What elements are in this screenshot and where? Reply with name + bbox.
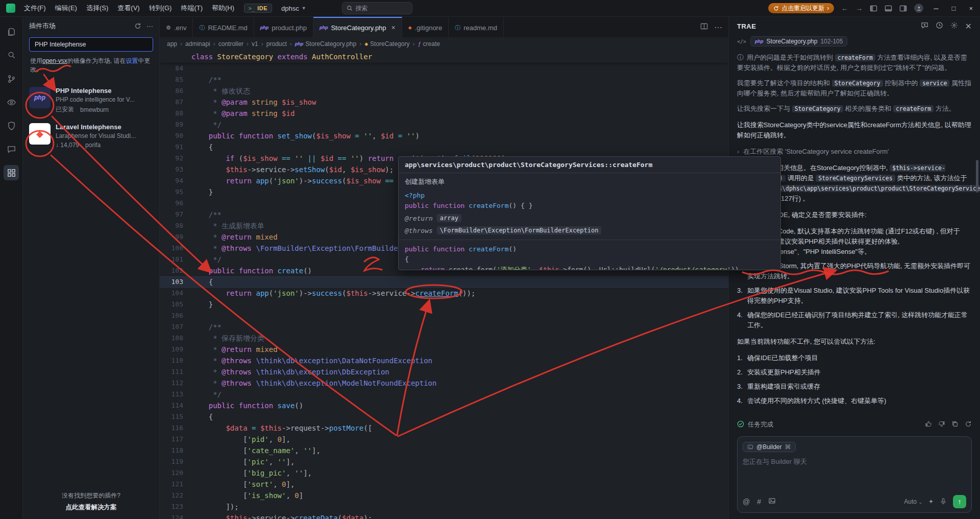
extension-search-input[interactable] bbox=[34, 40, 149, 49]
code-line-106[interactable]: 106 bbox=[160, 310, 728, 321]
toggle-sidebar-icon[interactable] bbox=[870, 5, 877, 12]
code-line-91[interactable]: 91 { bbox=[160, 141, 728, 153]
solution-link[interactable]: 点此查看解决方案 bbox=[23, 503, 159, 512]
code-line-123[interactable]: 123 ]); bbox=[160, 501, 728, 512]
hashtag-icon[interactable]: # bbox=[757, 498, 761, 506]
code-line-105[interactable]: 105 } bbox=[160, 299, 728, 310]
enhance-icon[interactable]: ✦ bbox=[928, 498, 934, 505]
panel-scrollbar[interactable] bbox=[976, 160, 978, 193]
code-line-107[interactable]: 107 /** bbox=[160, 321, 728, 333]
menubar-item-1[interactable]: 编辑(E) bbox=[51, 2, 82, 14]
nav-forward-button[interactable]: → bbox=[855, 4, 863, 12]
code-line-90[interactable]: 90 public function set_show($is_show = '… bbox=[160, 130, 728, 141]
source-control-icon[interactable] bbox=[4, 71, 19, 86]
minimize-button[interactable]: ─ bbox=[930, 5, 941, 12]
tab-readme.md[interactable]: ⓘreadme.md bbox=[449, 17, 504, 37]
chat-input-box[interactable]: @Builder ⌘ 您正在与 Builder 聊天 @ # Auto ⌄ ✦ … bbox=[737, 436, 972, 513]
code-line-108[interactable]: 108 * 保存新增分类 bbox=[160, 333, 728, 344]
code-line-115[interactable]: 115 { bbox=[160, 411, 728, 422]
project-switcher[interactable]: dphsc▼ bbox=[281, 5, 306, 12]
menubar-item-3[interactable]: 查看(V) bbox=[113, 2, 144, 14]
nav-back-button[interactable]: ← bbox=[841, 4, 848, 12]
code-editor[interactable]: class StoreCategory extends AuthControll… bbox=[160, 51, 728, 519]
breadcrumb-controller[interactable]: controller bbox=[218, 40, 243, 48]
sticky-scroll-line[interactable]: class StoreCategory extends AuthControll… bbox=[160, 51, 728, 63]
restart-update-button[interactable]: 点击重启以更新› bbox=[768, 3, 834, 13]
close-panel-icon[interactable]: ✕ bbox=[965, 21, 972, 31]
account-avatar[interactable] bbox=[914, 4, 923, 13]
tab-.gitignore[interactable]: ◆.gitignore bbox=[402, 17, 449, 37]
ide-badge[interactable]: >_ IDE bbox=[244, 4, 272, 13]
tab-README.md[interactable]: ⓘREADME.md bbox=[193, 17, 254, 37]
code-line-122[interactable]: 122 ['is_show', 0] bbox=[160, 490, 728, 501]
code-line-111[interactable]: 111 * @throws \think\db\exception\DbExce… bbox=[160, 366, 728, 378]
menubar-item-5[interactable]: 终端(T) bbox=[176, 2, 207, 14]
code-line-88[interactable]: 88 * @param string $id bbox=[160, 108, 728, 119]
code-line-117[interactable]: 117 ['pid', 0], bbox=[160, 434, 728, 445]
code-line-118[interactable]: 118 ['cate_name', ''], bbox=[160, 445, 728, 456]
toggle-panel-icon[interactable] bbox=[885, 5, 892, 12]
new-chat-icon[interactable] bbox=[921, 21, 928, 31]
code-line-121[interactable]: 121 ['sort', 0], bbox=[160, 479, 728, 490]
code-line-103[interactable]: 103 { bbox=[160, 276, 728, 288]
menubar-item-6[interactable]: 帮助(H) bbox=[207, 2, 239, 14]
close-window-button[interactable]: × bbox=[966, 5, 976, 12]
tab-product.php[interactable]: phpproduct.php bbox=[254, 17, 313, 37]
split-editor-icon[interactable] bbox=[700, 22, 708, 32]
agent-chip[interactable]: @Builder ⌘ bbox=[743, 442, 796, 452]
settings-link[interactable]: 设置 bbox=[126, 57, 138, 64]
code-line-120[interactable]: 120 ['big_pic', ''], bbox=[160, 467, 728, 479]
code-line-114[interactable]: 114 public function save() bbox=[160, 400, 728, 411]
code-line-109[interactable]: 109 * @return mixed bbox=[160, 344, 728, 355]
debug-icon[interactable] bbox=[4, 118, 19, 133]
thumbs-up-icon[interactable] bbox=[925, 420, 932, 429]
breadcrumb-StoreCategory.php[interactable]: phpStoreCategory.php bbox=[295, 40, 356, 48]
breadcrumb-v1[interactable]: v1 bbox=[252, 40, 258, 48]
copy-icon[interactable] bbox=[951, 420, 959, 429]
preview-eye-icon[interactable] bbox=[4, 95, 19, 110]
explorer-icon[interactable] bbox=[4, 24, 19, 39]
extension-item[interactable]: phpPHP IntelephensePHP code intelligence… bbox=[23, 82, 159, 119]
toggle-right-panel-icon[interactable] bbox=[899, 5, 907, 12]
comments-icon[interactable] bbox=[4, 141, 19, 157]
breadcrumb-product[interactable]: product bbox=[266, 40, 287, 48]
refresh-icon[interactable] bbox=[134, 22, 141, 30]
trae-logo-icon[interactable] bbox=[6, 4, 15, 13]
history-icon[interactable] bbox=[936, 21, 943, 31]
tab-StoreCategory.php[interactable]: phpStoreCategory.php× bbox=[313, 17, 402, 37]
menubar-item-4[interactable]: 转到(G) bbox=[144, 2, 177, 14]
panel-settings-icon[interactable] bbox=[950, 21, 958, 31]
code-line-124[interactable]: 124 $this->service->createData($data); bbox=[160, 512, 728, 519]
menubar-item-2[interactable]: 选择(S) bbox=[82, 2, 113, 14]
tool-call-row[interactable]: ›在工作区搜索 'StoreCategory service createFor… bbox=[737, 147, 972, 157]
code-line-112[interactable]: 112 * @throws \think\db\exception\ModelN… bbox=[160, 378, 728, 389]
context-file-chip[interactable]: php StoreCategory.php 102-105 bbox=[750, 36, 847, 46]
search-sidebar-icon[interactable] bbox=[4, 48, 19, 63]
extensions-icon[interactable] bbox=[4, 165, 19, 180]
regenerate-icon[interactable] bbox=[965, 420, 972, 429]
breadcrumb-app[interactable]: app bbox=[167, 40, 177, 48]
model-mode-dropdown[interactable]: Auto ⌄ bbox=[904, 498, 922, 505]
close-tab-icon[interactable]: × bbox=[391, 23, 396, 32]
code-line-86[interactable]: 86 * 修改状态 bbox=[160, 85, 728, 97]
breadcrumb-adminapi[interactable]: adminapi bbox=[185, 40, 210, 48]
code-line-84[interactable]: 84 bbox=[160, 63, 728, 74]
breadcrumb-StoreCategory[interactable]: ◆StoreCategory bbox=[364, 40, 409, 48]
menubar-item-0[interactable]: 文件(F) bbox=[19, 2, 51, 14]
code-line-85[interactable]: 85 /** bbox=[160, 74, 728, 85]
more-actions-icon[interactable]: ⋯ bbox=[146, 22, 153, 30]
send-button[interactable]: ↑ bbox=[953, 495, 966, 508]
extension-search-box[interactable] bbox=[29, 37, 153, 52]
code-line-104[interactable]: 104 return app('json')->success($this->s… bbox=[160, 288, 728, 299]
chat-placeholder[interactable]: 您正在与 Builder 聊天 bbox=[743, 457, 966, 495]
editor-more-actions-icon[interactable]: ⋯ bbox=[714, 22, 722, 32]
code-line-119[interactable]: 119 ['pic', ''], bbox=[160, 456, 728, 467]
code-line-116[interactable]: 116 $data = $this->request->postMore([ bbox=[160, 422, 728, 434]
code-line-89[interactable]: 89 */ bbox=[160, 119, 728, 130]
global-search[interactable]: 搜索 bbox=[342, 2, 412, 14]
hover-tooltip[interactable]: app\services\product\product\StoreCatego… bbox=[398, 156, 781, 270]
thumbs-down-icon[interactable] bbox=[938, 420, 945, 429]
code-line-110[interactable]: 110 * @throws \think\db\exception\DataNo… bbox=[160, 355, 728, 366]
extension-item[interactable]: ◆Laravel IntelephenseLaraphense for Visu… bbox=[23, 119, 159, 153]
image-attach-icon[interactable] bbox=[768, 497, 776, 506]
